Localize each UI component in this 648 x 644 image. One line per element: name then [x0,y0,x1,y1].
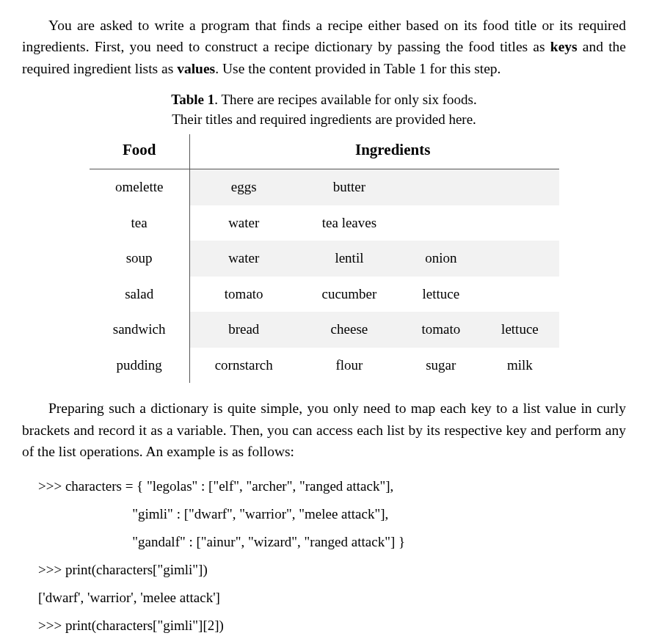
food-cell: pudding [90,348,190,384]
ing-cell: tomato [189,277,297,312]
ing-cell: milk [481,348,558,384]
ing-cell: onion [401,241,481,277]
intro-bold-keys: keys [550,39,578,54]
ing-cell [481,277,558,312]
table-row: sandwich bread cheese tomato lettuce [90,312,559,348]
table-block: Table 1. There are recipes available for… [90,89,559,384]
ing-cell: cornstarch [189,348,297,384]
table-row: salad tomato cucumber lettuce [90,277,559,312]
ing-cell: tomato [401,312,481,348]
col-head-food: Food [90,134,190,169]
ing-cell: water [189,241,297,277]
code-line: "gimli" : ["dwarf", "warrior", "melee at… [38,506,388,522]
table-row: omelette eggs butter [90,169,559,205]
food-cell: tea [90,205,190,241]
food-cell: sandwich [90,312,190,348]
ing-cell [401,169,481,205]
intro-bold-values: values [177,61,215,76]
table-caption: Table 1. There are recipes available for… [90,89,559,130]
table-row: soup water lentil onion [90,241,559,277]
explain-paragraph: Preparing such a dictionary is quite sim… [22,398,626,462]
ing-cell: bread [189,312,297,348]
code-line: >>> characters = { "legolas" : ["elf", "… [38,478,393,494]
ing-cell: flour [298,348,401,384]
ing-cell [401,205,481,241]
ing-cell [481,241,558,277]
ing-cell: tea leaves [298,205,401,241]
ing-cell: cucumber [298,277,401,312]
table-row: tea water tea leaves [90,205,559,241]
ing-cell: lettuce [401,277,481,312]
page: You are asked to write a program that fi… [0,0,648,644]
food-cell: salad [90,277,190,312]
code-example: >>> characters = { "legolas" : ["elf", "… [38,472,626,644]
ing-cell: sugar [401,348,481,384]
intro-text-3: . Use the content provided in Table 1 fo… [215,61,500,76]
col-head-ingredients: Ingredients [189,134,558,169]
code-line: "gandalf" : ["ainur", "wizard", "ranged … [38,534,405,549]
table-caption-line2: Their titles and required ingredients ar… [172,111,476,127]
ing-cell: butter [298,169,401,205]
code-line: >>> print(characters["gimli"][2]) [38,618,224,633]
ing-cell: cheese [298,312,401,348]
recipes-table: Food Ingredients omelette eggs butter te… [90,134,559,384]
table-header-row: Food Ingredients [90,134,559,169]
ing-cell: eggs [189,169,297,205]
ing-cell: water [189,205,297,241]
intro-text-1: You are asked to write a program that fi… [22,18,626,54]
code-line: ['dwarf', 'warrior', 'melee attack'] [38,590,220,605]
ing-cell: lettuce [481,312,558,348]
table-caption-rest: . There are recipes available for only s… [214,92,476,107]
ing-cell [481,169,558,205]
table-row: pudding cornstarch flour sugar milk [90,348,559,384]
code-line: >>> print(characters["gimli"]) [38,562,208,577]
table-caption-label: Table 1 [171,92,214,107]
ing-cell: lentil [298,241,401,277]
intro-paragraph: You are asked to write a program that fi… [22,15,626,79]
ing-cell [481,205,558,241]
food-cell: soup [90,241,190,277]
food-cell: omelette [90,169,190,205]
